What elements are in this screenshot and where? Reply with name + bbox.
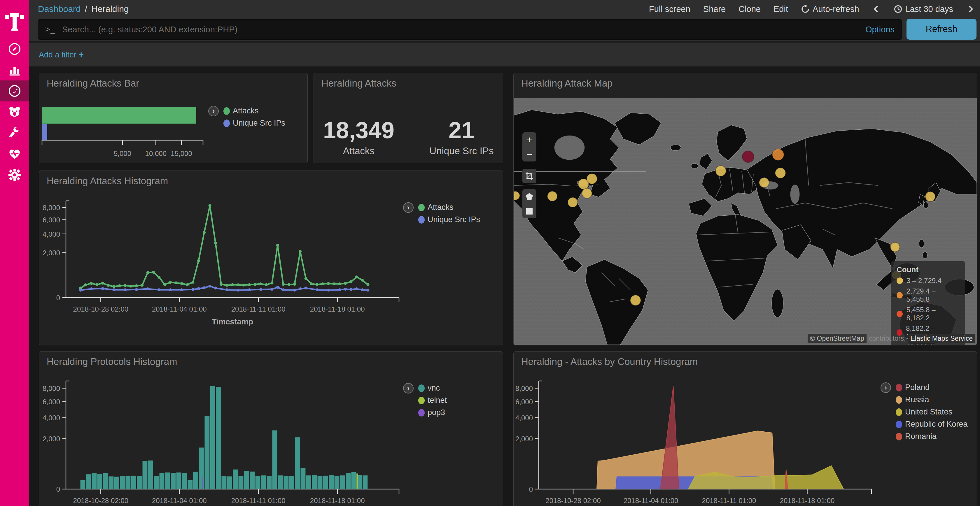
crop-icon (525, 172, 533, 180)
wrench-icon (8, 126, 21, 140)
time-picker-button[interactable]: Last 30 days (894, 5, 953, 14)
auto-refresh-button[interactable]: Auto-refresh (801, 5, 859, 14)
svg-text:6,000: 6,000 (43, 216, 60, 224)
legend-expand-icon[interactable]: › (881, 382, 891, 393)
svg-text:2018-10-28 02:00: 2018-10-28 02:00 (546, 496, 601, 504)
sidebar-item-monitoring[interactable] (0, 143, 29, 164)
svg-text:4,000: 4,000 (43, 230, 60, 238)
add-filter-link[interactable]: Add a filter + (39, 49, 84, 59)
chevron-left-icon (872, 5, 881, 13)
svg-text:2018-11-18 01:00: 2018-11-18 01:00 (310, 305, 365, 313)
attacks-histogram-chart[interactable]: 02,0004,0006,0008,0002018-10-28 02:00201… (39, 171, 503, 345)
panel-title: Heralding Attacks (321, 78, 396, 89)
sidebar-item-tpot[interactable] (0, 102, 29, 122)
search-box: >_ Options (38, 19, 902, 40)
options-link[interactable]: Options (865, 25, 894, 34)
svg-text:6,000: 6,000 (515, 398, 533, 406)
fit-bounds-button[interactable] (522, 169, 536, 183)
svg-text:2018-11-04 01:00: 2018-11-04 01:00 (152, 305, 207, 313)
time-back-button[interactable] (872, 5, 881, 13)
breadcrumb: Dashboard / Heralding (38, 4, 129, 14)
legend-item[interactable]: Russia (896, 395, 968, 404)
panel-title: Heralding Attacks Bar (47, 78, 139, 89)
map-legend-item: 10,908.6 – 13,635 (897, 343, 959, 345)
zoom-out-button[interactable]: − (522, 147, 536, 162)
map-legend-item: 5,455.8 – 8,182.2 (897, 306, 959, 322)
svg-text:2018-10-28 02:00: 2018-10-28 02:00 (73, 496, 129, 504)
full-screen-button[interactable]: Full screen (649, 5, 690, 14)
legend-item[interactable]: United States (896, 408, 968, 417)
t-mobile-logo[interactable] (0, 0, 29, 38)
legend-item[interactable]: Unique Src IPs (418, 215, 480, 224)
legend-item[interactable]: Attacks (223, 106, 285, 116)
legend-item[interactable]: Poland (896, 383, 968, 392)
panel-title: Heralding Protocols Histogram (47, 356, 177, 367)
plus-icon: + (79, 49, 84, 59)
sidebar-item-discover[interactable] (0, 38, 29, 59)
gear-icon (8, 168, 21, 182)
legend-expand-icon[interactable]: › (403, 202, 414, 213)
svg-text:8,000: 8,000 (43, 204, 60, 212)
legend-item[interactable]: pop3 (418, 408, 447, 417)
draw-polygon-button[interactable] (522, 189, 536, 204)
svg-text:2,000: 2,000 (515, 435, 533, 443)
map-draw-controls (522, 189, 536, 218)
sidebar-item-devtools[interactable] (0, 122, 29, 143)
legend-expand-icon[interactable]: › (403, 383, 414, 393)
breadcrumb-separator: / (85, 4, 87, 14)
panel-protocols-histogram: Heralding Protocols Histogram 02,0004,00… (39, 351, 503, 506)
legend-expand-icon[interactable]: › (208, 106, 219, 116)
legend: ›AttacksUnique Src IPs (208, 106, 285, 128)
svg-text:0: 0 (56, 294, 60, 302)
svg-text:2018-11-04 01:00: 2018-11-04 01:00 (624, 496, 678, 504)
share-button[interactable]: Share (703, 5, 725, 14)
panel-attack-map: Heralding Attack Map (513, 73, 977, 346)
bar-chart-icon (8, 63, 21, 77)
map-count-legend: Count 3 – 2,729.42,729.4 – 5,455.85,455.… (891, 261, 965, 345)
svg-text:15,000: 15,000 (171, 149, 192, 157)
panel-title: Heralding Attack Map (521, 78, 613, 89)
legend-item[interactable]: Unique Src IPs (223, 119, 285, 128)
refresh-cycle-icon (801, 5, 810, 13)
svg-text:4,000: 4,000 (515, 414, 533, 422)
draw-rectangle-button[interactable] (522, 204, 536, 218)
svg-text:2,000: 2,000 (43, 249, 60, 257)
edit-button[interactable]: Edit (773, 5, 788, 14)
svg-text:10,000: 10,000 (145, 149, 167, 157)
svg-text:2018-11-11 01:00: 2018-11-11 01:00 (231, 496, 286, 504)
time-forward-button[interactable] (966, 5, 975, 13)
svg-text:0: 0 (56, 485, 60, 493)
protocols-histogram-chart[interactable]: 02,0004,0006,0008,0002018-10-28 02:00201… (39, 352, 503, 506)
map-zoom-controls: + − (522, 132, 536, 162)
panel-attacks-bar: Heralding Attacks Bar 5,00010,00015,000 … (39, 73, 308, 163)
clone-button[interactable]: Clone (738, 5, 760, 14)
sidebar-item-management[interactable] (0, 164, 29, 186)
map-viewport[interactable]: + − Count 3 – 2,729.42,729.4 – 5,455.85,… (514, 98, 977, 345)
breadcrumb-current: Heralding (91, 4, 129, 14)
sidebar (0, 0, 29, 506)
metric-label: Unique Src IPs (430, 146, 493, 157)
map-fit-control (522, 169, 536, 183)
ems-credit[interactable]: Elastic Maps Service (908, 334, 975, 343)
map-legend-item: 2,729.4 – 5,455.8 (897, 287, 959, 303)
clock-icon (894, 5, 902, 13)
metric-label: Attacks (323, 146, 395, 157)
bear-icon (8, 105, 21, 119)
breadcrumb-dashboard[interactable]: Dashboard (38, 4, 81, 14)
sidebar-item-dashboard[interactable] (0, 81, 29, 102)
osm-credit[interactable]: © OpenStreetMap (808, 334, 867, 343)
sidebar-item-visualize[interactable] (0, 59, 29, 81)
refresh-button[interactable]: Refresh (907, 19, 977, 40)
svg-text:4,000: 4,000 (43, 414, 60, 422)
legend-item[interactable]: telnet (418, 396, 447, 405)
legend-item[interactable]: Attacks (418, 203, 480, 212)
zoom-in-button[interactable]: + (522, 132, 536, 147)
svg-text:8,000: 8,000 (43, 384, 60, 392)
gauge-icon (8, 84, 21, 98)
legend-item[interactable]: vnc (418, 384, 447, 393)
search-input[interactable] (62, 25, 865, 34)
search-row: >_ Options Refresh (29, 18, 980, 41)
legend-item[interactable]: Republic of Korea (896, 420, 968, 429)
svg-text:2018-11-11 01:00: 2018-11-11 01:00 (702, 496, 756, 504)
legend-item[interactable]: Romania (896, 432, 968, 441)
